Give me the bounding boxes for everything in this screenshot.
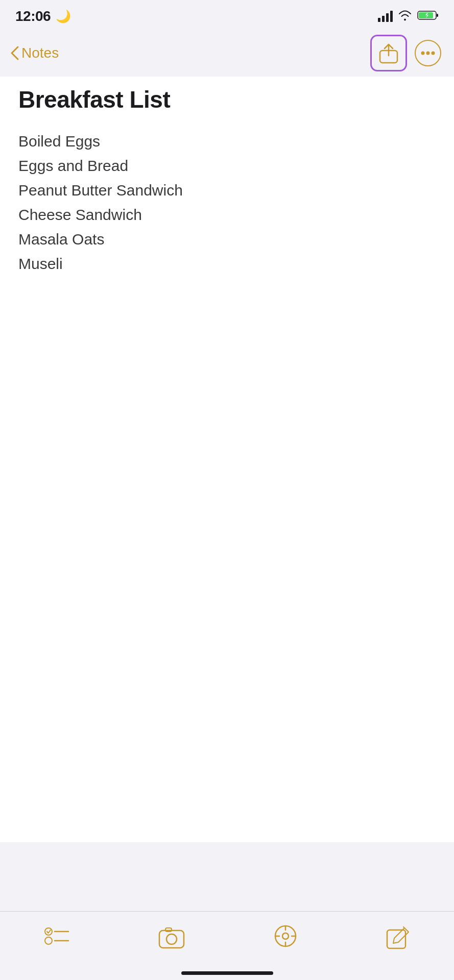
- status-time: 12:06: [15, 8, 51, 24]
- location-button[interactable]: [270, 921, 301, 954]
- nav-actions: [370, 35, 444, 71]
- note-items: Boiled EggsEggs and BreadPeanut Butter S…: [18, 129, 436, 276]
- compose-button[interactable]: [382, 922, 414, 953]
- status-bar: 12:06 🌙: [0, 0, 454, 30]
- status-icons: [378, 10, 439, 23]
- home-indicator: [181, 971, 273, 975]
- svg-point-16: [282, 933, 289, 939]
- more-button[interactable]: [412, 37, 444, 69]
- back-label: Notes: [21, 45, 59, 61]
- note-title: Breakfast List: [18, 87, 436, 113]
- list-item: Cheese Sandwich: [18, 203, 436, 227]
- camera-button[interactable]: [154, 922, 189, 953]
- svg-point-6: [426, 52, 430, 55]
- svg-rect-2: [437, 14, 438, 17]
- list-item: Masala Oats: [18, 227, 436, 252]
- checklist-button[interactable]: [40, 922, 73, 953]
- list-item: Boiled Eggs: [18, 129, 436, 154]
- bottom-toolbar: [0, 911, 454, 980]
- svg-rect-21: [387, 930, 405, 948]
- svg-rect-12: [159, 930, 184, 948]
- wifi-icon: [398, 10, 412, 23]
- svg-point-5: [421, 52, 425, 55]
- svg-point-7: [432, 52, 435, 55]
- list-item: Museli: [18, 252, 436, 276]
- share-button[interactable]: [370, 35, 407, 71]
- signal-icon: [378, 11, 393, 22]
- list-item: Peanut Butter Sandwich: [18, 178, 436, 203]
- nav-bar: Notes: [0, 30, 454, 77]
- svg-point-8: [45, 928, 52, 935]
- moon-icon: 🌙: [56, 9, 71, 23]
- battery-icon: [417, 10, 439, 23]
- back-button[interactable]: Notes: [10, 45, 59, 61]
- svg-point-13: [166, 934, 177, 944]
- note-content: Breakfast List Boiled EggsEggs and Bread…: [0, 77, 454, 842]
- svg-point-10: [45, 937, 52, 944]
- list-item: Eggs and Bread: [18, 154, 436, 178]
